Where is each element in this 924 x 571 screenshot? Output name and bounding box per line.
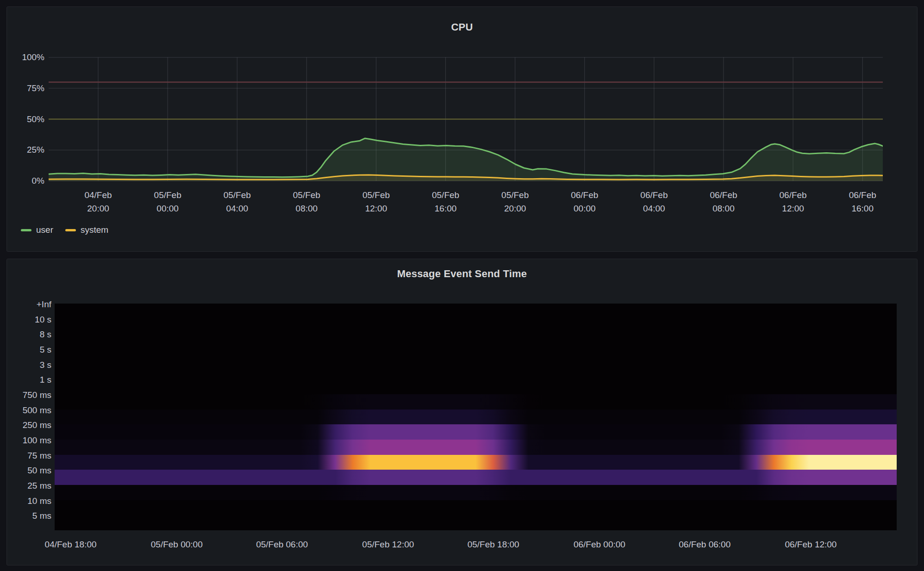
cpu-x-tick-label: 06/Feb04:00 bbox=[624, 188, 684, 215]
heatmap-row bbox=[55, 485, 897, 500]
system-series-swatch-icon bbox=[65, 229, 76, 231]
legend-item-system[interactable]: system bbox=[65, 225, 108, 235]
heatmap-x-axis: 04/Feb 18:0005/Feb 00:0005/Feb 06:0005/F… bbox=[55, 539, 897, 552]
heatmap-y-axis: +Inf10 s8 s5 s3 s1 s750 ms500 ms250 ms10… bbox=[7, 259, 51, 566]
cpu-y-tick-label: 50% bbox=[27, 113, 44, 125]
heatmap-y-tick-label: 25 ms bbox=[27, 480, 51, 492]
cpu-panel: CPU 0%25%50%75%100% 04/Feb20:0005/Feb00:… bbox=[6, 6, 918, 252]
cpu-x-tick-label: 05/Feb04:00 bbox=[207, 188, 267, 215]
heatmap-y-tick-label: 10 ms bbox=[27, 495, 51, 507]
heatmap-y-tick-label: 5 s bbox=[40, 344, 51, 356]
heatmap-row bbox=[55, 470, 897, 485]
heatmap-row bbox=[55, 394, 897, 410]
cpu-y-tick-label: 25% bbox=[27, 144, 44, 156]
heatmap-row bbox=[55, 455, 897, 470]
heatmap-x-tick-label: 06/Feb 00:00 bbox=[556, 539, 643, 551]
heatmap-x-tick-label: 05/Feb 18:00 bbox=[450, 539, 537, 551]
heatmap-x-tick-label: 05/Feb 06:00 bbox=[238, 539, 326, 551]
heatmap-x-tick-label: 05/Feb 00:00 bbox=[133, 539, 221, 551]
cpu-x-tick-label: 06/Feb16:00 bbox=[832, 188, 893, 215]
heatmap-row bbox=[55, 515, 897, 530]
cpu-x-tick-label: 06/Feb00:00 bbox=[555, 188, 615, 215]
heatmap-row bbox=[55, 364, 897, 379]
legend-item-user[interactable]: user bbox=[21, 225, 53, 235]
heatmap-y-tick-label: 5 ms bbox=[32, 510, 51, 522]
cpu-x-tick-label: 05/Feb20:00 bbox=[485, 188, 545, 215]
heatmap-row bbox=[55, 440, 897, 455]
heatmap-y-tick-label: 50 ms bbox=[27, 465, 51, 477]
heatmap-row bbox=[55, 319, 897, 334]
cpu-x-axis: 04/Feb20:0005/Feb00:0005/Feb04:0005/Feb0… bbox=[49, 188, 883, 218]
cpu-x-tick-label: 04/Feb20:00 bbox=[68, 188, 128, 215]
heatmap-y-tick-label: 10 s bbox=[35, 314, 51, 326]
heatmap-y-tick-label: +Inf bbox=[37, 298, 51, 310]
heatmap-y-tick-label: 750 ms bbox=[23, 389, 51, 401]
heatmap-y-tick-label: 3 s bbox=[40, 359, 51, 371]
heatmap-row bbox=[55, 424, 897, 440]
heatmap-row bbox=[55, 379, 897, 394]
cpu-x-tick-label: 05/Feb16:00 bbox=[416, 188, 476, 215]
heatmap-y-tick-label: 1 s bbox=[40, 374, 51, 386]
user-series-swatch-icon bbox=[21, 229, 31, 231]
cpu-x-tick-label: 05/Feb00:00 bbox=[137, 188, 198, 215]
cpu-x-tick-label: 05/Feb12:00 bbox=[346, 188, 406, 215]
heatmap-panel: Message Event Send Time +Inf10 s8 s5 s3 … bbox=[6, 259, 918, 565]
heatmap-y-tick-label: 75 ms bbox=[27, 450, 51, 462]
heatmap-x-tick-label: 05/Feb 12:00 bbox=[344, 539, 432, 551]
heatmap-row bbox=[55, 410, 897, 425]
cpu-x-tick-label: 06/Feb12:00 bbox=[763, 188, 823, 215]
heatmap-row bbox=[55, 334, 897, 349]
legend-label-user: user bbox=[36, 225, 53, 235]
heatmap-y-tick-label: 8 s bbox=[40, 329, 51, 341]
heatmap-x-tick-label: 06/Feb 06:00 bbox=[661, 539, 749, 551]
heatmap-y-tick-label: 250 ms bbox=[23, 419, 51, 431]
heatmap-x-tick-label: 04/Feb 18:00 bbox=[27, 539, 115, 551]
cpu-y-tick-label: 0% bbox=[32, 175, 44, 187]
legend-label-system: system bbox=[81, 225, 108, 235]
heatmap-x-tick-label: 06/Feb 12:00 bbox=[767, 539, 855, 551]
heatmap-panel-title[interactable]: Message Event Send Time bbox=[7, 267, 917, 280]
heatmap-plot-area[interactable] bbox=[55, 304, 897, 530]
heatmap-y-tick-label: 100 ms bbox=[23, 434, 51, 447]
heatmap-row bbox=[55, 500, 897, 515]
cpu-y-tick-label: 100% bbox=[22, 51, 44, 63]
heatmap-y-tick-label: 500 ms bbox=[23, 404, 51, 416]
cpu-y-axis: 0%25%50%75%100% bbox=[7, 7, 44, 201]
cpu-x-tick-label: 05/Feb08:00 bbox=[276, 188, 337, 215]
cpu-legend: user system bbox=[21, 223, 108, 236]
heatmap-row bbox=[55, 349, 897, 364]
cpu-y-tick-label: 75% bbox=[27, 82, 44, 94]
cpu-chart-plot-area[interactable] bbox=[49, 50, 883, 182]
cpu-x-tick-label: 06/Feb08:00 bbox=[693, 188, 754, 215]
cpu-panel-title[interactable]: CPU bbox=[7, 21, 917, 34]
heatmap-row bbox=[55, 304, 897, 319]
